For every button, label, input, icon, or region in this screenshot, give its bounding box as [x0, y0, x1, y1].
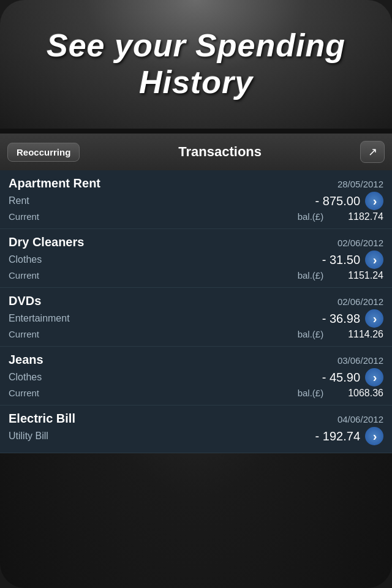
transaction-row3: Current bal.(£) 1068.36	[9, 388, 383, 399]
balance-label: bal.(£)	[298, 270, 324, 281]
transaction-amount: - 36.98	[322, 312, 360, 326]
transaction-row2: Entertainment - 36.98	[9, 309, 383, 328]
transaction-name: Jeans	[9, 353, 43, 367]
balance-label: bal.(£)	[298, 329, 324, 339]
reoccurring-button[interactable]: Reoccurring	[7, 143, 80, 162]
header-area: See your Spending History	[0, 0, 392, 129]
transaction-current: Current	[9, 270, 39, 281]
phone-frame: See your Spending History Reoccurring Tr…	[0, 0, 392, 588]
transaction-category: Entertainment	[9, 313, 70, 324]
transaction-detail-button[interactable]	[365, 368, 383, 386]
transaction-name: Dry Cleaners	[9, 235, 84, 249]
transaction-detail-button[interactable]	[365, 251, 383, 269]
transaction-balance-row: bal.(£) 1151.24	[298, 270, 383, 281]
transaction-row3: Current bal.(£) 1182.74	[9, 211, 383, 222]
transaction-current: Current	[9, 388, 39, 398]
transaction-date: 02/06/2012	[337, 238, 383, 248]
transaction-date: 03/06/2012	[337, 355, 383, 366]
transaction-item: Electric Bill 04/06/2012 Utility Bill - …	[0, 405, 392, 453]
transaction-balance: 1151.24	[348, 270, 383, 281]
transaction-balance: 1068.36	[348, 388, 383, 399]
transaction-balance-row: bal.(£) 1182.74	[298, 211, 383, 222]
transaction-amount-row: - 36.98	[322, 309, 383, 328]
transaction-row1: Dry Cleaners 02/06/2012	[9, 235, 383, 249]
transaction-detail-button[interactable]	[365, 427, 383, 445]
transaction-category: Rent	[9, 195, 29, 206]
transaction-category: Clothes	[9, 372, 42, 383]
transaction-balance-row: bal.(£) 1114.26	[298, 329, 383, 340]
transaction-row3: Current bal.(£) 1114.26	[9, 329, 383, 340]
transaction-amount: - 45.90	[322, 371, 360, 385]
transaction-item: Jeans 03/06/2012 Clothes - 45.90 Current…	[0, 347, 392, 405]
transaction-amount: - 192.74	[315, 429, 360, 443]
transaction-name: Apartment Rent	[9, 176, 100, 190]
transaction-detail-button[interactable]	[365, 309, 383, 328]
transaction-balance: 1114.26	[348, 329, 383, 340]
transaction-row2: Clothes - 45.90	[9, 368, 383, 386]
transaction-item: DVDs 02/06/2012 Entertainment - 36.98 Cu…	[0, 288, 392, 347]
balance-label: bal.(£)	[298, 388, 324, 398]
export-button[interactable]: ↗︎	[360, 141, 385, 163]
transaction-amount-row: - 192.74	[315, 427, 383, 445]
transaction-category: Clothes	[9, 254, 42, 265]
header-title: See your Spending History	[0, 28, 392, 101]
transaction-date: 04/06/2012	[337, 414, 383, 424]
export-icon: ↗︎	[368, 145, 377, 159]
transaction-category: Utility Bill	[9, 431, 48, 442]
transaction-row2: Utility Bill - 192.74	[9, 427, 383, 445]
transaction-detail-button[interactable]	[365, 192, 383, 210]
transaction-current: Current	[9, 329, 39, 339]
transaction-name: DVDs	[9, 294, 41, 308]
transaction-amount: - 875.00	[315, 194, 360, 208]
transaction-item: Dry Cleaners 02/06/2012 Clothes - 31.50 …	[0, 229, 392, 288]
transaction-amount-row: - 875.00	[315, 192, 383, 210]
transaction-row1: DVDs 02/06/2012	[9, 294, 383, 308]
transaction-row2: Clothes - 31.50	[9, 251, 383, 269]
transaction-row3: Current bal.(£) 1151.24	[9, 270, 383, 281]
toolbar: Reoccurring Transactions ↗︎	[0, 134, 392, 170]
balance-label: bal.(£)	[298, 211, 324, 222]
transaction-name: Electric Bill	[9, 412, 75, 426]
transaction-row1: Electric Bill 04/06/2012	[9, 412, 383, 426]
transaction-current: Current	[9, 211, 39, 222]
transaction-date: 02/06/2012	[337, 296, 383, 307]
transactions-list: Apartment Rent 28/05/2012 Rent - 875.00 …	[0, 170, 392, 453]
transaction-amount-row: - 45.90	[322, 368, 383, 386]
transaction-balance-row: bal.(£) 1068.36	[298, 388, 383, 399]
transaction-date: 28/05/2012	[337, 179, 383, 189]
transaction-amount: - 31.50	[322, 253, 360, 267]
transaction-row1: Jeans 03/06/2012	[9, 353, 383, 367]
transaction-amount-row: - 31.50	[322, 251, 383, 269]
transaction-row2: Rent - 875.00	[9, 192, 383, 210]
transaction-item: Apartment Rent 28/05/2012 Rent - 875.00 …	[0, 170, 392, 229]
transaction-row1: Apartment Rent 28/05/2012	[9, 176, 383, 190]
transaction-balance: 1182.74	[348, 211, 383, 222]
toolbar-title: Transactions	[86, 144, 354, 160]
separator-bar	[0, 129, 392, 134]
